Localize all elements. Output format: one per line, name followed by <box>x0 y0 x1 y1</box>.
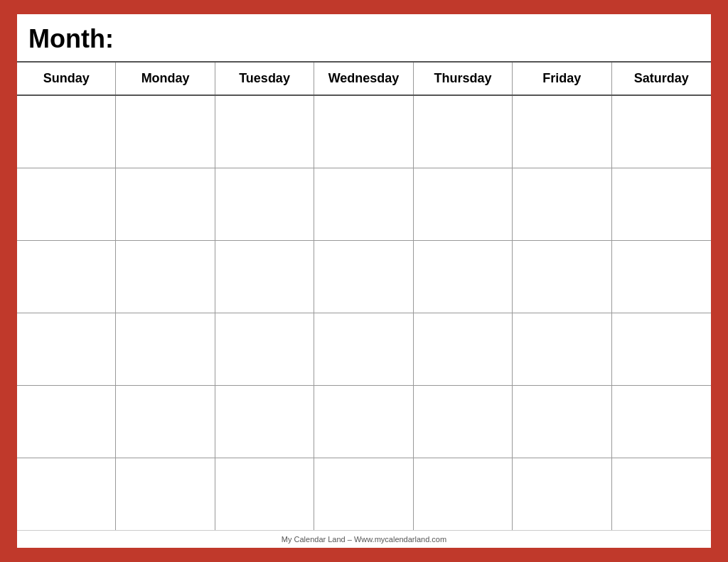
cell-r3-fri[interactable] <box>513 241 611 313</box>
cell-r4-fri[interactable] <box>513 313 611 385</box>
calendar-row-2 <box>17 168 711 241</box>
day-header-tuesday: Tuesday <box>215 63 314 94</box>
day-header-thursday: Thursday <box>414 63 513 94</box>
calendar-header: Month: <box>17 14 711 63</box>
cell-r5-sat[interactable] <box>612 386 711 458</box>
cell-r1-thu[interactable] <box>414 96 513 168</box>
cell-r4-thu[interactable] <box>414 313 513 385</box>
calendar-row-4 <box>17 313 711 386</box>
cell-r4-tue[interactable] <box>215 313 314 385</box>
calendar-container: Month: Sunday Monday Tuesday Wednesday T… <box>16 13 712 549</box>
calendar-row-3 <box>17 241 711 313</box>
cell-r6-fri[interactable] <box>513 458 611 530</box>
cell-r6-sat[interactable] <box>612 458 711 530</box>
cell-r5-fri[interactable] <box>513 386 611 458</box>
cell-r6-mon[interactable] <box>116 458 215 530</box>
cell-r4-sun[interactable] <box>17 313 116 385</box>
cell-r1-sat[interactable] <box>612 96 711 168</box>
cell-r5-sun[interactable] <box>17 386 116 458</box>
cell-r2-mon[interactable] <box>116 168 215 240</box>
cell-r3-wed[interactable] <box>314 241 413 313</box>
cell-r1-mon[interactable] <box>116 96 215 168</box>
calendar-row-5 <box>17 386 711 458</box>
day-header-saturday: Saturday <box>612 63 711 94</box>
cell-r4-mon[interactable] <box>116 313 215 385</box>
calendar-row-1 <box>17 96 711 168</box>
cell-r1-wed[interactable] <box>314 96 413 168</box>
cell-r5-mon[interactable] <box>116 386 215 458</box>
calendar-grid: Sunday Monday Tuesday Wednesday Thursday… <box>17 63 711 530</box>
day-header-sunday: Sunday <box>17 63 116 94</box>
cell-r1-sun[interactable] <box>17 96 116 168</box>
calendar-title: Month: <box>28 24 114 53</box>
cell-r2-wed[interactable] <box>314 168 413 240</box>
day-header-wednesday: Wednesday <box>314 63 413 94</box>
cell-r5-wed[interactable] <box>314 386 413 458</box>
cell-r6-thu[interactable] <box>414 458 513 530</box>
calendar-rows <box>17 96 711 530</box>
cell-r3-mon[interactable] <box>116 241 215 313</box>
cell-r6-sun[interactable] <box>17 458 116 530</box>
cell-r6-tue[interactable] <box>215 458 314 530</box>
calendar-footer: My Calendar Land – Www.mycalendarland.co… <box>17 530 711 548</box>
day-header-friday: Friday <box>513 63 611 94</box>
cell-r4-wed[interactable] <box>314 313 413 385</box>
calendar-row-6 <box>17 458 711 530</box>
cell-r2-sat[interactable] <box>612 168 711 240</box>
cell-r5-tue[interactable] <box>215 386 314 458</box>
day-header-monday: Monday <box>116 63 215 94</box>
cell-r1-tue[interactable] <box>215 96 314 168</box>
cell-r2-tue[interactable] <box>215 168 314 240</box>
cell-r3-sat[interactable] <box>612 241 711 313</box>
cell-r1-fri[interactable] <box>513 96 611 168</box>
day-headers-row: Sunday Monday Tuesday Wednesday Thursday… <box>17 63 711 96</box>
cell-r3-thu[interactable] <box>414 241 513 313</box>
cell-r4-sat[interactable] <box>612 313 711 385</box>
cell-r3-sun[interactable] <box>17 241 116 313</box>
cell-r3-tue[interactable] <box>215 241 314 313</box>
cell-r2-sun[interactable] <box>17 168 116 240</box>
cell-r5-thu[interactable] <box>414 386 513 458</box>
cell-r6-wed[interactable] <box>314 458 413 530</box>
cell-r2-thu[interactable] <box>414 168 513 240</box>
cell-r2-fri[interactable] <box>513 168 611 240</box>
